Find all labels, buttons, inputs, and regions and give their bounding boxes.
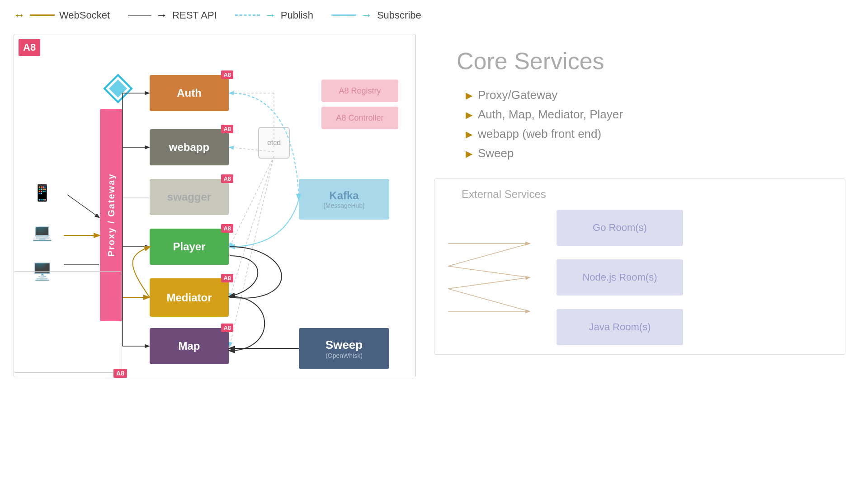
svg-line-25 [448,289,529,311]
external-services-label: External Services [462,188,831,201]
mediator-a8-badge: A8 [221,274,233,282]
publish-label: Publish [281,9,313,21]
external-lines-svg [448,221,538,334]
subscribe-label: Subscribe [377,9,421,21]
sweep-sub-label: (OpenWhisk) [326,352,363,359]
svg-line-23 [448,266,529,277]
core-services-list: ▶ Proxy/Gateway ▶ Auth, Map, Mediator, P… [466,88,854,160]
core-service-item-3: ▶ webapp (web front end) [466,127,854,141]
external-services-content: Go Room(s) Node.js Room(s) Java Room(s) [448,210,831,345]
mobile-client-icon: 📱 [32,183,52,202]
diagram-container: A8 Proxy / Gateway 📱 💻 🖥️ Auth A8 webapp… [14,34,416,377]
swagger-a8-badge: A8 [221,174,233,183]
laptop-client-icon: 💻 [32,223,52,242]
map-a8-badge: A8 [221,324,233,332]
kafka-box: Kafka [MessageHub] [299,179,389,220]
legend: ↔ WebSocket —— → REST API → Publish → Su… [14,8,421,22]
mediator-service-box: Mediator A8 [150,278,229,317]
rest-label: REST API [172,9,217,21]
webapp-service-box: webapp A8 [150,129,229,165]
legend-rest: —— → REST API [128,8,217,22]
svg-line-21 [448,244,529,266]
sweep-label: Sweep [326,338,363,352]
svg-line-2 [67,195,99,217]
auth-label: Auth [177,87,202,99]
publish-arrow-icon: → [264,8,276,22]
desktop-client-icon: 🖥️ [32,262,52,281]
a8-controller-box: A8 Controller [321,107,398,129]
svg-line-17 [230,156,274,297]
external-lines-area [448,221,538,334]
websocket-label: WebSocket [59,9,110,21]
core-service-item-1: ▶ Proxy/Gateway [466,88,854,102]
websocket-arrow-icon: ↔ [14,8,25,22]
controller-label: A8 Controller [336,113,383,123]
go-rooms-box: Go Room(s) [557,210,683,246]
chevron-right-icon-3: ▶ [466,129,472,140]
legend-subscribe: → Subscribe [331,8,421,22]
swagger-label: swagger [167,191,211,203]
core-service-item-4: ▶ Sweep [466,146,854,160]
java-rooms-box: Java Room(s) [557,309,683,345]
sweep-box: Sweep (OpenWhisk) [299,328,389,369]
webapp-label: webapp [169,141,209,154]
player-label: Player [173,240,205,253]
external-boxes: Go Room(s) Node.js Room(s) Java Room(s) [557,210,683,345]
subscribe-line-icon [331,14,356,16]
chevron-right-icon-1: ▶ [466,90,472,101]
proxy-gateway-bar: Proxy / Gateway [100,109,123,321]
auth-service-box: Auth A8 [150,75,229,111]
right-panel: Core Services ▶ Proxy/Gateway ▶ Auth, Ma… [429,34,854,377]
kafka-sub-label: [MessageHub] [324,202,364,209]
etcd-label: etcd [267,139,281,147]
publish-line-icon [235,14,260,16]
chevron-right-icon-2: ▶ [466,109,472,120]
kafka-label: Kafka [329,189,359,202]
webapp-a8-badge: A8 [221,125,233,133]
diamond-logo [102,73,134,104]
rest-arrow-icon: —— [128,8,151,22]
mediator-label: Mediator [166,291,212,304]
svg-line-16 [230,156,274,247]
player-a8-badge: A8 [221,224,233,233]
subscribe-arrow-icon: → [361,8,373,22]
a8-registry-box: A8 Registry [321,80,398,102]
core-services-title: Core Services [457,47,854,75]
map-label: Map [179,340,200,352]
client-icons: 📱 💻 🖥️ [32,183,52,281]
map-service-box: Map A8 [150,328,229,364]
svg-line-22 [448,277,529,289]
external-services-section: External Services [434,178,845,355]
etcd-cylinder-icon: etcd [258,127,290,159]
rest-arrow-right-icon: → [156,8,168,22]
core-service-item-2: ▶ Auth, Map, Mediator, Player [466,108,854,122]
swagger-service-box: swagger A8 [150,179,229,215]
registry-label: A8 Registry [339,86,381,96]
nodejs-rooms-box: Node.js Room(s) [557,259,683,296]
legend-publish: → Publish [235,8,313,22]
websocket-line-icon [30,14,55,16]
chevron-right-icon-4: ▶ [466,148,472,159]
legend-websocket: ↔ WebSocket [14,8,110,22]
a8-main-badge: A8 [19,39,40,56]
svg-line-18 [230,156,274,346]
player-service-box: Player A8 [150,229,229,265]
auth-a8-badge: A8 [221,70,233,79]
etcd-box: etcd [254,125,294,161]
